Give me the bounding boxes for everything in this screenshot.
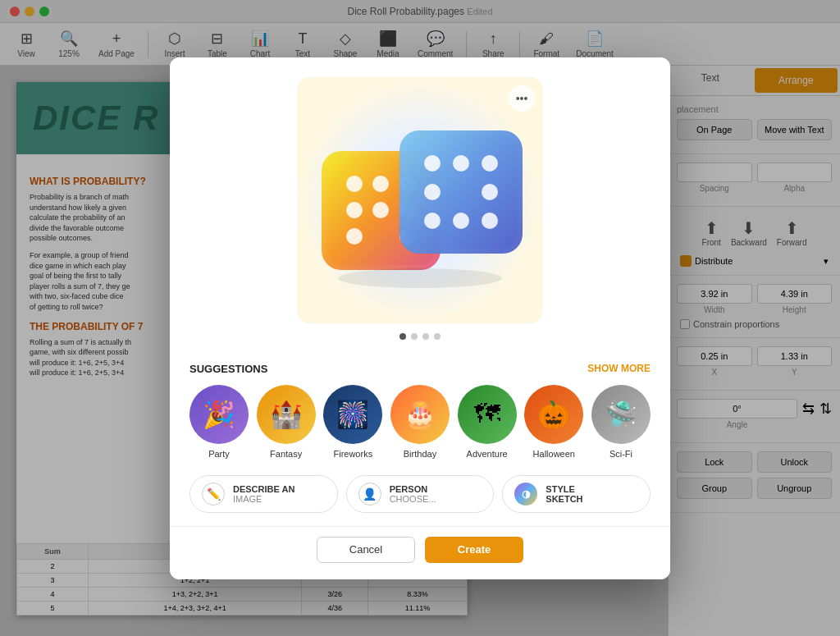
modal-footer: Cancel Create [170, 526, 670, 579]
party-emoji: 🎉 [189, 385, 249, 444]
halloween-icon: 🎃 [524, 385, 583, 444]
svg-point-21 [338, 268, 502, 288]
dot-1[interactable] [399, 333, 406, 340]
svg-rect-12 [404, 135, 518, 249]
describe-icon: ✏️ [202, 483, 225, 506]
fireworks-emoji: 🎆 [323, 385, 382, 444]
person-main: PERSON [390, 484, 436, 494]
suggestions-section: SUGGESTIONS SHOW MORE 🎉 Party 🏰 Fantasy [170, 353, 670, 469]
dice-svg [297, 77, 543, 323]
person-sub: CHOOSE... [390, 494, 436, 504]
suggestion-party[interactable]: 🎉 Party [189, 385, 249, 459]
svg-point-4 [372, 176, 389, 192]
birthday-emoji: 🎂 [390, 385, 450, 444]
halloween-emoji: 🎃 [524, 385, 583, 444]
scifi-icon: 🛸 [591, 385, 651, 444]
party-label: Party [208, 449, 230, 459]
svg-point-6 [346, 202, 363, 218]
suggestion-fireworks[interactable]: 🎆 Fireworks [323, 385, 382, 459]
svg-point-20 [482, 213, 498, 229]
person-icon: 👤 [358, 483, 381, 506]
svg-point-3 [346, 176, 363, 192]
modal-overlay: ••• SUGGESTIONS SHOW MORE 🎉 [0, 0, 840, 636]
style-sub: SKETCH [546, 494, 582, 504]
scifi-emoji: 🛸 [591, 385, 651, 444]
suggestions-title: SUGGESTIONS [189, 363, 267, 375]
person-text: PERSON CHOOSE... [390, 484, 436, 504]
suggestion-halloween[interactable]: 🎃 Halloween [524, 385, 583, 459]
describe-text: DESCRIBE AN IMAGE [233, 484, 294, 504]
party-icon: 🎉 [189, 385, 249, 444]
more-options-button[interactable]: ••• [509, 85, 535, 112]
describe-image-button[interactable]: ✏️ DESCRIBE AN IMAGE [189, 475, 338, 513]
image-dots [399, 333, 441, 340]
image-generator-modal: ••• SUGGESTIONS SHOW MORE 🎉 [170, 57, 670, 579]
suggestion-scifi[interactable]: 🛸 Sci-Fi [591, 385, 651, 459]
describe-main: DESCRIBE AN [233, 484, 294, 494]
create-button[interactable]: Create [425, 537, 523, 563]
svg-point-9 [346, 228, 363, 245]
svg-point-15 [482, 155, 498, 172]
style-icon: ◑ [514, 483, 537, 506]
style-text: STYLE SKETCH [546, 484, 582, 504]
svg-point-16 [424, 184, 441, 200]
svg-point-7 [372, 202, 389, 218]
birthday-icon: 🎂 [390, 385, 450, 444]
suggestions-header: SUGGESTIONS SHOW MORE [189, 363, 651, 375]
suggestions-grid: 🎉 Party 🏰 Fantasy 🎆 Fireworks [189, 385, 651, 459]
birthday-label: Birthday [404, 449, 436, 459]
show-more-button[interactable]: SHOW MORE [587, 363, 651, 374]
svg-point-14 [453, 155, 469, 172]
suggestion-adventure[interactable]: 🗺 Adventure [458, 385, 517, 459]
suggestion-fantasy[interactable]: 🏰 Fantasy [257, 385, 316, 459]
fireworks-icon: 🎆 [323, 385, 382, 444]
fantasy-label: Fantasy [270, 449, 302, 459]
svg-point-13 [424, 155, 441, 172]
svg-point-17 [482, 184, 498, 200]
scifi-label: Sci-Fi [609, 449, 632, 459]
fantasy-emoji: 🏰 [257, 385, 316, 444]
style-button[interactable]: ◑ STYLE SKETCH [502, 475, 651, 513]
dot-3[interactable] [422, 333, 429, 340]
dot-2[interactable] [411, 333, 418, 340]
suggestion-birthday[interactable]: 🎂 Birthday [390, 385, 450, 459]
fantasy-icon: 🏰 [257, 385, 316, 444]
fireworks-label: Fireworks [333, 449, 372, 459]
adventure-emoji: 🗺 [458, 385, 517, 444]
person-button[interactable]: 👤 PERSON CHOOSE... [346, 475, 495, 513]
halloween-label: Halloween [533, 449, 575, 459]
describe-sub: IMAGE [233, 494, 294, 504]
svg-point-19 [453, 213, 469, 229]
style-main: STYLE [546, 484, 582, 494]
adventure-icon: 🗺 [458, 385, 517, 444]
dot-4[interactable] [434, 333, 441, 340]
adventure-label: Adventure [467, 449, 508, 459]
cancel-button[interactable]: Cancel [317, 537, 415, 563]
image-preview-area: ••• [170, 57, 670, 353]
preview-image-container [297, 77, 543, 323]
svg-point-18 [424, 213, 441, 229]
bottom-options: ✏️ DESCRIBE AN IMAGE 👤 PERSON CHOOSE... … [170, 469, 670, 526]
